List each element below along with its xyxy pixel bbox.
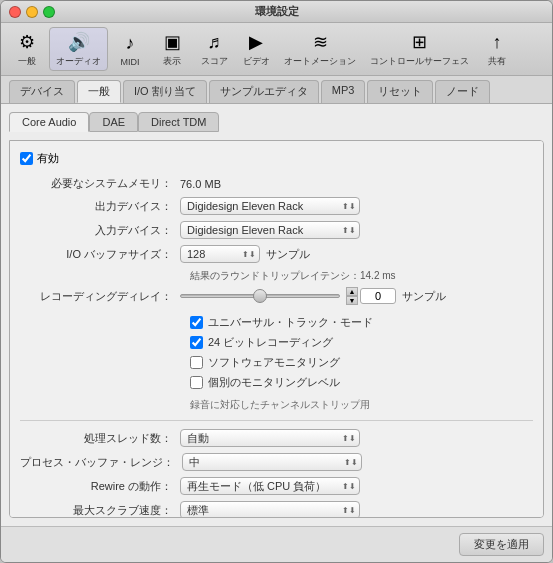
minimize-button[interactable] (26, 6, 38, 18)
recording-delay-thumb[interactable] (253, 289, 267, 303)
inner-tab-direct-tdm[interactable]: Direct TDM (138, 112, 219, 132)
rewire-row: Rewire の動作： 再生モード（低 CPU 負荷） (20, 477, 533, 495)
thread-count-select-wrapper: 自動 (180, 429, 360, 447)
recording-delay-label: レコーディングディレイ： (20, 289, 180, 304)
slider-num-wrapper: ▲ ▼ (346, 287, 396, 305)
universal-track-row: ユニバーサル・トラック・モード (190, 315, 533, 330)
tab-reset[interactable]: リセット (367, 80, 433, 103)
rewire-select-wrapper: 再生モード（低 CPU 負荷） (180, 477, 360, 495)
toolbar-item-audio[interactable]: 🔊 オーディオ (49, 27, 108, 71)
midi-icon: ♪ (118, 32, 142, 56)
thread-count-select[interactable]: 自動 (180, 429, 360, 447)
title-bar: 環境設定 (1, 1, 552, 23)
process-buffer-label: プロセス・バッファ・レンジ： (20, 455, 182, 470)
close-button[interactable] (9, 6, 21, 18)
toolbar-label-general: 一般 (18, 55, 36, 68)
bit-recording-checkbox[interactable] (190, 336, 203, 349)
buffer-size-row: I/O バッファサイズ： 128 サンプル (20, 245, 533, 263)
inner-tab-bar: Core Audio DAE Direct TDM (9, 112, 544, 132)
toolbar-item-score[interactable]: ♬ スコア (194, 28, 234, 70)
toolbar-label-automation: オートメーション (284, 55, 356, 68)
individual-monitor-checkbox[interactable] (190, 376, 203, 389)
video-icon: ▶ (244, 30, 268, 54)
individual-monitor-label[interactable]: 個別のモニタリングレベル (208, 375, 340, 390)
output-device-label: 出力デバイス： (20, 199, 180, 214)
recording-delay-spinners: ▲ ▼ (346, 287, 358, 305)
toolbar-item-control[interactable]: ⊞ コントロールサーフェス (364, 28, 475, 70)
scrub-speed-select[interactable]: 標準 (180, 501, 360, 518)
individual-monitor-row: 個別のモニタリングレベル (190, 375, 533, 390)
buffer-size-label: I/O バッファサイズ： (20, 247, 180, 262)
tab-mp3[interactable]: MP3 (321, 80, 366, 103)
buffer-size-select[interactable]: 128 (180, 245, 260, 263)
display-icon: ▣ (160, 30, 184, 54)
software-monitor-checkbox[interactable] (190, 356, 203, 369)
toolbar-item-video[interactable]: ▶ ビデオ (236, 28, 276, 70)
enabled-row: 有効 (20, 151, 533, 166)
process-buffer-select[interactable]: 中 (182, 453, 362, 471)
scrub-speed-row: 最大スクラブ速度： 標準 (20, 501, 533, 518)
content-area: Core Audio DAE Direct TDM 有効 必要なシステムメモリ：… (1, 104, 552, 526)
input-device-select-wrapper: Digidesign Eleven Rack (180, 221, 360, 239)
recording-delay-spin-down[interactable]: ▼ (346, 296, 358, 305)
thread-count-label: 処理スレッド数： (20, 431, 180, 446)
output-device-select[interactable]: Digidesign Eleven Rack (180, 197, 360, 215)
tab-general[interactable]: 一般 (77, 80, 121, 103)
input-device-label: 入力デバイス： (20, 223, 180, 238)
toolbar-label-control: コントロールサーフェス (370, 55, 469, 68)
buffer-size-controls: 128 サンプル (180, 245, 310, 263)
tab-io[interactable]: I/O 割り当て (123, 80, 207, 103)
toolbar-item-automation[interactable]: ≋ オートメーション (278, 28, 362, 70)
universal-track-checkbox[interactable] (190, 316, 203, 329)
control-icon: ⊞ (408, 30, 432, 54)
latency-text: 結果のラウンドトリップレイテンシ：14.2 ms (190, 269, 533, 283)
maximize-button[interactable] (43, 6, 55, 18)
buffer-size-unit: サンプル (266, 247, 310, 262)
settings-panel: 有効 必要なシステムメモリ： 76.0 MB 出力デバイス： Digidesig… (9, 140, 544, 518)
toolbar-label-video: ビデオ (243, 55, 270, 68)
recording-delay-input[interactable] (360, 288, 396, 304)
process-buffer-select-wrapper: 中 (182, 453, 362, 471)
recording-delay-slider-wrapper: ▲ ▼ サンプル (180, 287, 446, 305)
toolbar-item-general[interactable]: ⚙ 一般 (7, 28, 47, 70)
software-monitor-label[interactable]: ソフトウェアモニタリング (208, 355, 340, 370)
main-window: 環境設定 ⚙ 一般 🔊 オーディオ ♪ MIDI ▣ 表示 ♬ スコア ▶ ビデ… (0, 0, 553, 563)
enabled-label[interactable]: 有効 (37, 151, 59, 166)
buffer-size-select-wrapper: 128 (180, 245, 260, 263)
software-monitor-row: ソフトウェアモニタリング (190, 355, 533, 370)
input-device-row: 入力デバイス： Digidesign Eleven Rack (20, 221, 533, 239)
options-checkboxes: ユニバーサル・トラック・モード 24 ビットレコーディング ソフトウェアモニタリ… (190, 315, 533, 390)
bit-recording-label[interactable]: 24 ビットレコーディング (208, 335, 333, 350)
toolbar-item-share[interactable]: ↑ 共有 (477, 28, 517, 70)
recording-delay-row: レコーディングディレイ： ▲ ▼ サンプル (20, 287, 533, 305)
toolbar-label-share: 共有 (488, 55, 506, 68)
recording-delay-unit: サンプル (402, 289, 446, 304)
toolbar: ⚙ 一般 🔊 オーディオ ♪ MIDI ▣ 表示 ♬ スコア ▶ ビデオ ≋ オ… (1, 23, 552, 76)
recording-delay-spin-up[interactable]: ▲ (346, 287, 358, 296)
share-icon: ↑ (485, 30, 509, 54)
tab-sample[interactable]: サンプルエディタ (209, 80, 319, 103)
general-icon: ⚙ (15, 30, 39, 54)
toolbar-label-score: スコア (201, 55, 228, 68)
output-device-select-wrapper: Digidesign Eleven Rack (180, 197, 360, 215)
inner-tab-dae[interactable]: DAE (89, 112, 138, 132)
system-memory-value: 76.0 MB (180, 178, 221, 190)
main-tab-bar: デバイス 一般 I/O 割り当て サンプルエディタ MP3 リセット ノード (1, 76, 552, 104)
output-device-row: 出力デバイス： Digidesign Eleven Rack (20, 197, 533, 215)
tab-device[interactable]: デバイス (9, 80, 75, 103)
score-icon: ♬ (202, 30, 226, 54)
input-device-select[interactable]: Digidesign Eleven Rack (180, 221, 360, 239)
sub-text: 録音に対応したチャンネルストリップ用 (190, 398, 533, 412)
enabled-checkbox[interactable] (20, 152, 33, 165)
scrub-speed-label: 最大スクラブ速度： (20, 503, 180, 518)
toolbar-label-midi: MIDI (121, 57, 140, 67)
rewire-select[interactable]: 再生モード（低 CPU 負荷） (180, 477, 360, 495)
toolbar-item-midi[interactable]: ♪ MIDI (110, 30, 150, 69)
apply-button[interactable]: 変更を適用 (459, 533, 544, 556)
audio-icon: 🔊 (67, 30, 91, 54)
recording-delay-track[interactable] (180, 294, 340, 298)
universal-track-label[interactable]: ユニバーサル・トラック・モード (208, 315, 373, 330)
inner-tab-core-audio[interactable]: Core Audio (9, 112, 89, 132)
toolbar-item-display[interactable]: ▣ 表示 (152, 28, 192, 70)
tab-node[interactable]: ノード (435, 80, 490, 103)
